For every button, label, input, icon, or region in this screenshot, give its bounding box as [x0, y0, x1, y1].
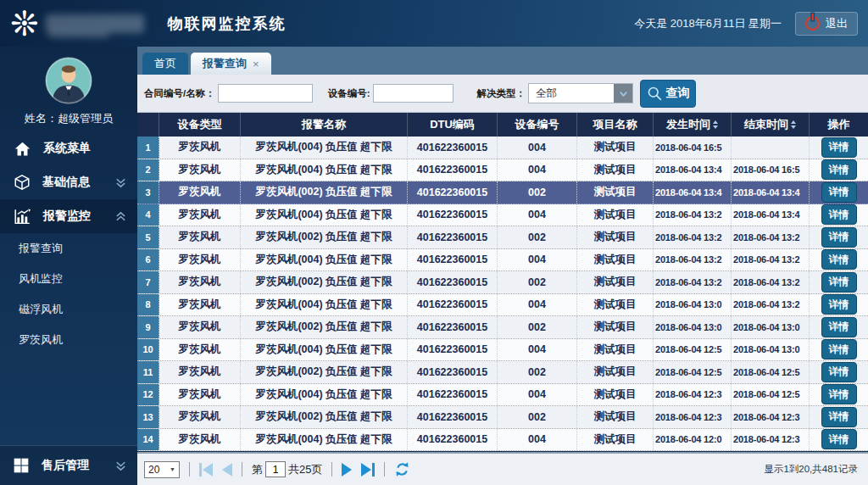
company-name-blurred	[46, 14, 144, 33]
detail-button[interactable]: 详情	[821, 272, 857, 293]
table-row[interactable]: 11罗茨风机罗茨风机(002) 负压值 超下限401622360015002测试…	[137, 361, 868, 384]
row-number-cell: 6	[137, 249, 159, 271]
page-title: 物联网监控系统	[168, 14, 287, 34]
end-time-cell: 2018-06-04 12:5	[732, 361, 810, 383]
table-row[interactable]: 8罗茨风机罗茨风机(004) 负压值 超下限401622360015004测试项…	[137, 294, 868, 317]
col-header-device-type: 设备类型	[159, 113, 241, 137]
device-no-cell: 004	[498, 429, 577, 451]
first-page-button[interactable]	[199, 463, 213, 477]
sidebar-subitem-fan-monitor[interactable]: 风机监控	[0, 264, 137, 294]
detail-button[interactable]: 详情	[821, 137, 857, 158]
select-dropdown-button[interactable]	[614, 84, 632, 103]
tab-home[interactable]: 首页	[142, 53, 188, 75]
table-row[interactable]: 6罗茨风机罗茨风机(004) 负压值 超下限401622360015004测试项…	[137, 249, 868, 272]
start-time-cell: 2018-06-04 12:5	[654, 361, 732, 383]
dtu-code-cell: 401622360015	[408, 406, 498, 428]
next-page-button[interactable]	[342, 463, 352, 477]
chevron-double-down-icon	[114, 460, 127, 472]
row-number-cell: 7	[137, 271, 159, 293]
col-header-operation: 操作	[810, 113, 868, 137]
device-no-label: 设备编号:	[328, 87, 370, 100]
logout-button[interactable]: 退出	[795, 12, 858, 36]
detail-button[interactable]: 详情	[821, 384, 857, 404]
table-row[interactable]: 14罗茨风机罗茨风机(004) 负压值 超下限401622360015004测试…	[137, 429, 868, 452]
sidebar-item-alarm-monitor[interactable]: 报警监控	[0, 199, 137, 233]
contract-input[interactable]	[218, 84, 313, 103]
row-number-cell: 11	[137, 361, 159, 383]
project-name-cell: 测试项目	[577, 294, 654, 316]
dtu-code-cell: 401622360015	[408, 249, 498, 271]
sidebar-subitem-alarm-query[interactable]: 报警查询	[0, 233, 137, 264]
last-page-button[interactable]	[361, 463, 375, 477]
caret-down-icon: ▼	[170, 466, 175, 472]
operation-cell: 详情	[810, 406, 868, 428]
prev-page-button[interactable]	[222, 463, 232, 477]
table-row[interactable]: 4罗茨风机罗茨风机(004) 负压值 超下限401622360015004测试项…	[137, 204, 868, 227]
col-header-end-time[interactable]: 结束时间	[732, 113, 810, 137]
project-name-cell: 测试项目	[577, 271, 654, 293]
dtu-code-cell: 401622360015	[408, 226, 498, 248]
cube-icon	[14, 174, 31, 191]
end-time-cell: 2018-06-04 13:2	[732, 249, 810, 271]
operation-cell: 详情	[810, 226, 868, 248]
detail-button[interactable]: 详情	[821, 159, 857, 180]
detail-button[interactable]: 详情	[821, 429, 857, 449]
sidebar-item-aftersales[interactable]: 售后管理	[0, 445, 137, 485]
query-button[interactable]: 查询	[640, 80, 696, 108]
device-no-input[interactable]	[373, 84, 453, 103]
operation-cell: 详情	[810, 384, 868, 406]
table-row[interactable]: 3罗茨风机罗茨风机(002) 负压值 超下限401622360015002测试项…	[137, 181, 868, 204]
refresh-icon[interactable]	[394, 461, 410, 477]
sidebar-item-basic-info[interactable]: 基础信息	[0, 165, 137, 199]
col-header-device-no: 设备编号	[498, 113, 577, 137]
sidebar-subitem-maglev-fan[interactable]: 磁浮风机	[0, 294, 137, 325]
col-header-start-time[interactable]: 发生时间	[654, 113, 732, 137]
detail-button[interactable]: 详情	[821, 294, 857, 315]
table-row[interactable]: 13罗茨风机罗茨风机(002) 负压值 超下限401622360015002测试…	[137, 406, 868, 429]
detail-button[interactable]: 详情	[821, 362, 857, 382]
start-time-cell: 2018-06-04 13:2	[654, 204, 732, 226]
operation-cell: 详情	[810, 271, 868, 293]
row-number-cell: 1	[137, 137, 159, 159]
device-type-cell: 罗茨风机	[159, 204, 241, 226]
sidebar-subitem-roots-fan[interactable]: 罗茨风机	[0, 325, 137, 355]
operation-cell: 详情	[810, 316, 868, 338]
operation-cell: 详情	[810, 181, 868, 203]
device-no-cell: 002	[498, 226, 577, 248]
tab-close-icon[interactable]: ×	[253, 58, 259, 70]
table-row[interactable]: 1罗茨风机罗茨风机(004) 负压值 超下限401622360015004测试项…	[137, 137, 868, 159]
row-number-cell: 5	[137, 226, 159, 248]
project-name-cell: 测试项目	[577, 181, 654, 203]
detail-button[interactable]: 详情	[821, 182, 857, 203]
table-row[interactable]: 12罗茨风机罗茨风机(004) 负压值 超下限401622360015004测试…	[137, 384, 868, 407]
table-row[interactable]: 7罗茨风机罗茨风机(002) 负压值 超下限401622360015002测试项…	[137, 271, 868, 294]
sidebar-item-system-menu[interactable]: 系统菜单	[0, 131, 137, 165]
device-type-cell: 罗茨风机	[159, 316, 241, 338]
row-number-cell: 8	[137, 294, 159, 316]
table-row[interactable]: 2罗茨风机罗茨风机(004) 负压值 超下限401622360015004测试项…	[137, 159, 868, 182]
detail-button[interactable]: 详情	[821, 407, 857, 427]
detail-button[interactable]: 详情	[821, 317, 857, 337]
table-row[interactable]: 9罗茨风机罗茨风机(002) 负压值 超下限401622360015002测试项…	[137, 316, 868, 339]
page-total-label: 共25页	[288, 462, 322, 477]
device-no-cell: 004	[498, 339, 577, 361]
detail-button[interactable]: 详情	[821, 339, 857, 360]
page-size-select[interactable]: 20 ▼	[144, 461, 180, 478]
operation-cell: 详情	[810, 429, 868, 451]
solve-type-select[interactable]: 全部	[528, 83, 633, 103]
col-header-dtu-code: DTU编码	[408, 113, 498, 137]
device-type-cell: 罗茨风机	[159, 294, 241, 316]
device-type-cell: 罗茨风机	[159, 181, 241, 203]
tab-alarm-query[interactable]: 报警查询 ×	[191, 53, 271, 75]
avatar	[45, 57, 92, 104]
detail-button[interactable]: 详情	[821, 249, 857, 270]
page-number-input[interactable]	[265, 461, 286, 477]
end-time-cell: 2018-06-04 13:4	[732, 181, 810, 203]
start-time-cell: 2018-06-04 12:3	[654, 384, 732, 406]
detail-button[interactable]: 详情	[821, 227, 857, 248]
table-row[interactable]: 5罗茨风机罗茨风机(002) 负压值 超下限401622360015002测试项…	[137, 226, 868, 249]
table-row[interactable]: 10罗茨风机罗茨风机(004) 负压值 超下限401622360015004测试…	[137, 339, 868, 362]
divider	[189, 462, 190, 477]
alarm-name-cell: 罗茨风机(004) 负压值 超下限	[241, 294, 408, 316]
detail-button[interactable]: 详情	[821, 204, 857, 225]
